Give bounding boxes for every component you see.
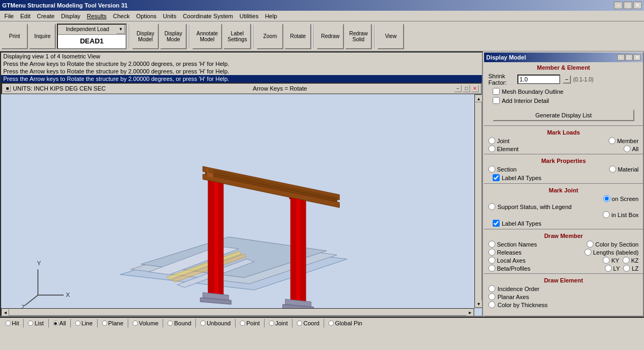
units-close-btn[interactable]: ✕ <box>471 85 479 92</box>
menu-options[interactable]: Options <box>133 12 160 20</box>
redraw-solid-button[interactable]: RedrawSolid <box>345 24 372 49</box>
radio-line[interactable] <box>75 321 80 326</box>
units-bar-icon[interactable]: ■ <box>4 85 11 92</box>
radio-ky[interactable] <box>603 257 610 264</box>
radio-incidence[interactable] <box>488 285 495 292</box>
status-list[interactable]: List <box>25 320 47 326</box>
load-combo-arrow[interactable]: ▼ <box>116 25 125 34</box>
view-button[interactable]: View <box>377 24 404 49</box>
label-all-types-joint-row: Label All Types <box>484 219 643 228</box>
radio-joint[interactable] <box>488 137 495 144</box>
interior-detail-checkbox[interactable] <box>493 97 500 104</box>
radio-releases[interactable] <box>488 249 495 256</box>
shrink-minus-btn[interactable]: − <box>562 75 571 84</box>
radio-global-pin[interactable] <box>328 321 334 326</box>
panel-close-btn[interactable]: ✕ <box>633 54 641 61</box>
radio-kz[interactable] <box>623 257 630 264</box>
menu-units[interactable]: Units <box>160 12 180 20</box>
radio-hit[interactable] <box>5 321 11 326</box>
mesh-boundary-checkbox[interactable] <box>493 88 500 95</box>
menu-file[interactable]: File <box>1 12 17 20</box>
units-max-btn[interactable]: □ <box>463 85 470 92</box>
status-volume[interactable]: Volume <box>129 320 162 326</box>
shrink-factor-input[interactable] <box>517 75 560 84</box>
scroll-right-button[interactable]: ► <box>466 309 474 316</box>
vertical-scrollbar[interactable]: ▲ ▼ <box>474 94 482 308</box>
radio-support[interactable] <box>488 203 495 210</box>
radio-volume[interactable] <box>133 321 138 326</box>
radio-material[interactable] <box>609 166 616 173</box>
radio-point[interactable] <box>240 321 245 326</box>
close-button[interactable]: ✕ <box>633 2 642 9</box>
viewport-container: Displaying view 1 of 4 Isometric View Pr… <box>0 51 483 317</box>
radio-lz[interactable] <box>623 265 630 272</box>
status-coord[interactable]: Coord <box>294 320 323 326</box>
radio-color-section[interactable] <box>587 241 594 248</box>
redraw-button[interactable]: Redraw <box>317 24 343 49</box>
arrow-keys-text: Arrow Keys = Rotate <box>253 85 307 92</box>
menu-check[interactable]: Check <box>110 12 133 20</box>
scroll-up-button[interactable]: ▲ <box>475 95 482 102</box>
minimize-button[interactable]: − <box>614 2 623 9</box>
status-bound[interactable]: Bound <box>164 320 194 326</box>
horizontal-scrollbar[interactable]: ◄ ► <box>1 308 474 316</box>
status-hit[interactable]: Hit <box>2 320 22 326</box>
menu-help[interactable]: Help <box>262 12 281 20</box>
radio-unbound[interactable] <box>200 321 206 326</box>
annotate-model-button[interactable]: AnnotateModel <box>192 24 222 49</box>
display-model-button[interactable]: DisplayModel <box>132 24 159 49</box>
panel-max-btn[interactable]: □ <box>625 54 633 61</box>
radio-joint-status[interactable] <box>269 321 274 326</box>
radio-on-screen[interactable] <box>603 195 610 202</box>
status-joint-label: Joint <box>275 320 288 326</box>
radio-list[interactable] <box>28 321 33 326</box>
menu-edit[interactable]: Edit <box>17 12 34 20</box>
print-button[interactable]: Print <box>1 24 28 49</box>
status-unbound[interactable]: Unbound <box>197 320 234 326</box>
units-min-btn[interactable]: − <box>454 85 462 92</box>
radio-section-names[interactable] <box>488 241 495 248</box>
display-mode-button[interactable]: DisplayMode <box>160 24 187 49</box>
panel-min-btn[interactable]: − <box>617 54 625 61</box>
radio-section[interactable] <box>488 166 495 173</box>
radio-all-status[interactable] <box>53 321 58 326</box>
rotate-button[interactable]: Rotate <box>284 24 311 49</box>
radio-list-box[interactable] <box>603 211 610 218</box>
label-all-types-joint-checkbox[interactable] <box>493 220 500 227</box>
scroll-down-button[interactable]: ▼ <box>475 300 482 308</box>
status-point[interactable]: Point <box>237 320 263 326</box>
inquire-button[interactable]: Inquire <box>29 24 56 49</box>
radio-local-axes[interactable] <box>488 257 495 264</box>
radio-section-names-col: Section Names <box>488 241 537 248</box>
menu-results[interactable]: Results <box>84 12 110 20</box>
viewport-3d[interactable]: Y X Z ▲ ▼ ◄ ► <box>1 94 482 316</box>
status-plane[interactable]: Plane <box>99 320 127 326</box>
status-line[interactable]: Line <box>72 320 96 326</box>
status-all[interactable]: All <box>50 320 69 326</box>
status-joint[interactable]: Joint <box>266 320 291 326</box>
load-combo[interactable]: Independent Load ▼ DEAD1 <box>57 24 127 49</box>
label-settings-button[interactable]: LabelSettings <box>223 24 251 49</box>
maximize-button[interactable]: □ <box>624 2 632 9</box>
menu-display[interactable]: Display <box>58 12 84 20</box>
radio-element[interactable] <box>488 145 495 152</box>
radio-color-thickness[interactable] <box>488 301 495 308</box>
zoom-button[interactable]: Zoom <box>257 24 283 49</box>
radio-planar[interactable] <box>488 293 495 300</box>
radio-plane[interactable] <box>102 321 107 326</box>
radio-member[interactable] <box>609 137 616 144</box>
scroll-left-button[interactable]: ◄ <box>2 309 9 316</box>
radio-all[interactable] <box>624 145 631 152</box>
radio-beta[interactable] <box>488 265 495 272</box>
generate-btn[interactable]: Generate Display List <box>493 109 634 121</box>
label-all-types-props-checkbox[interactable] <box>493 174 500 181</box>
menu-create[interactable]: Create <box>34 12 58 20</box>
radio-bound[interactable] <box>167 321 173 326</box>
radio-lengths[interactable] <box>584 249 591 256</box>
spacer-col2 <box>488 211 603 218</box>
status-global-pin[interactable]: Global Pin <box>325 320 365 326</box>
menu-utilities[interactable]: Utilities <box>236 12 261 20</box>
menu-coordinate[interactable]: Coordinate System <box>180 12 237 20</box>
radio-coord[interactable] <box>297 321 302 326</box>
radio-ly[interactable] <box>605 265 612 272</box>
